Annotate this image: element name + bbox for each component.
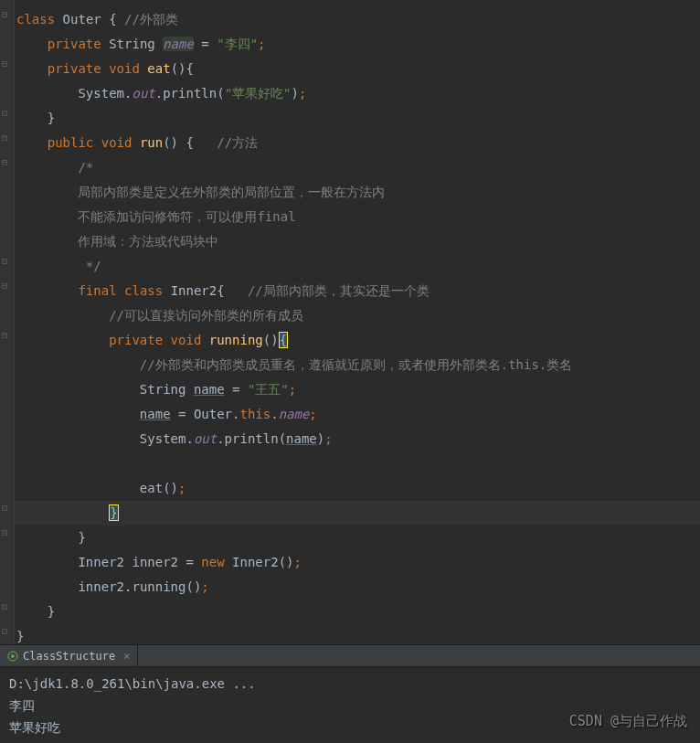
code-editor[interactable]: ⊟ ⊟ ⊡ ⊟ ⊟ ⊡ ⊟ ⊟ ⊡ ⊡ ⊡ ⊡ class Outer { //… [0,0,700,644]
fold-icon[interactable]: ⊡ [2,108,11,117]
code-line: } [15,600,700,624]
console-line: D:\jdk1.8.0_261\bin\java.exe ... [9,673,691,695]
code-line: class Outer { //外部类 [15,7,700,32]
tab-label: ClassStructure [23,650,115,663]
code-content[interactable]: class Outer { //外部类 private String name … [15,0,700,644]
code-line: System.out.println(name); [15,427,700,451]
code-line: private void eat(){ [15,57,700,81]
code-line: System.out.println("苹果好吃"); [15,81,700,106]
code-line: String name = "王五"; [15,377,700,402]
fold-icon[interactable]: ⊟ [2,9,11,18]
tab-classstructure[interactable]: ClassStructure × [0,645,138,666]
gutter: ⊟ ⊟ ⊡ ⊟ ⊟ ⊡ ⊟ ⊟ ⊡ ⊡ ⊡ ⊡ [0,0,15,644]
fold-icon[interactable]: ⊟ [2,133,11,142]
code-line: public void run() { //方法 [15,131,700,155]
code-line: } [15,106,700,131]
code-line: /* [15,155,700,180]
fold-icon[interactable]: ⊡ [2,601,11,610]
code-line-active: } [15,501,700,525]
code-line: //可以直接访问外部类的所有成员 [15,303,700,328]
code-line: 局部内部类是定义在外部类的局部位置，一般在方法内 [15,180,700,205]
fold-icon[interactable]: ⊡ [2,527,11,536]
code-line: inner2.running(); [15,575,700,600]
code-line: final class Inner2{ //局部内部类，其实还是一个类 [15,279,700,303]
watermark: CSDN @与自己作战 [569,710,687,732]
code-line: Inner2 inner2 = new Inner2(); [15,550,700,575]
fold-icon[interactable]: ⊟ [2,157,11,166]
code-line: private String name = "李四"; [15,32,700,57]
code-line: private void running(){ [15,328,700,353]
code-line: 不能添加访问修饰符，可以使用final [15,205,700,229]
code-line: 作用域：方法或代码块中 [15,229,700,254]
fold-icon[interactable]: ⊟ [2,281,11,290]
fold-icon[interactable]: ⊡ [2,256,11,265]
run-icon [7,651,18,662]
fold-icon[interactable]: ⊡ [2,626,11,635]
fold-icon[interactable]: ⊟ [2,330,11,339]
console-output[interactable]: D:\jdk1.8.0_261\bin\java.exe ... 李四 苹果好吃… [0,667,700,743]
code-line: //外部类和内部类成员重名，遵循就近原则，或者使用外部类名.this.类名 [15,353,700,377]
code-line: */ [15,254,700,279]
code-line: name = Outer.this.name; [15,402,700,427]
code-line: eat(); [15,476,700,501]
fold-icon[interactable]: ⊟ [2,58,11,68]
code-line: } [15,525,700,550]
fold-icon[interactable]: ⊡ [2,503,11,512]
close-icon[interactable]: × [123,650,130,663]
code-line [15,451,700,476]
